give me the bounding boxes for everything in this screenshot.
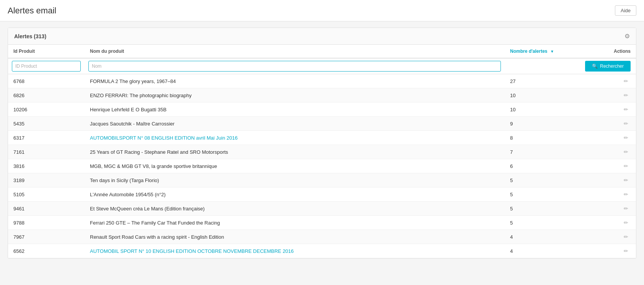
table-row: 5105L'Année Automobile 1954/55 (n°2)5✏: [8, 187, 636, 202]
cell-actions: ✏: [581, 173, 636, 187]
edit-icon[interactable]: ✏: [624, 121, 628, 127]
cell-alerts: 4: [505, 244, 581, 258]
cell-actions: ✏: [581, 88, 636, 103]
cell-name: FORMULA 2 The glory years, 1967–84: [85, 74, 505, 88]
cell-actions: ✏: [581, 244, 636, 258]
edit-icon[interactable]: ✏: [624, 248, 628, 254]
cell-id: 6768: [8, 74, 85, 88]
edit-icon[interactable]: ✏: [624, 205, 628, 212]
search-icon: 🔍: [592, 64, 598, 69]
name-filter-input[interactable]: [88, 61, 501, 72]
edit-icon[interactable]: ✏: [624, 78, 628, 84]
edit-icon[interactable]: ✏: [624, 220, 628, 226]
cell-id: 3816: [8, 159, 85, 173]
cell-id: 7161: [8, 145, 85, 159]
aide-button[interactable]: Aide: [615, 5, 636, 16]
cell-name: Et Steve McQueen créa Le Mans (Edition f…: [85, 202, 505, 216]
filter-actions-cell: 🔍 Rechercher: [581, 58, 636, 74]
col-header-name: Nom du produit: [85, 45, 505, 58]
cell-actions: ✏: [581, 145, 636, 159]
col-header-alerts[interactable]: Nombre d'alertes ▼: [505, 45, 581, 58]
table-row: 3189Ten days in Sicily (Targa Florio)5✏: [8, 173, 636, 187]
search-button[interactable]: 🔍 Rechercher: [585, 61, 631, 72]
cell-name: Ten days in Sicily (Targa Florio): [85, 173, 505, 187]
cell-alerts: 5: [505, 202, 581, 216]
cell-name[interactable]: AUTOMOBIL SPORT N° 10 ENGLISH EDITION OC…: [85, 244, 505, 258]
table-row: 6826ENZO FERRARI: The photographic biogr…: [8, 88, 636, 103]
table-row: 6768FORMULA 2 The glory years, 1967–8427…: [8, 74, 636, 88]
edit-icon[interactable]: ✏: [624, 149, 628, 155]
col-header-actions: Actions: [581, 45, 636, 58]
cell-actions: ✏: [581, 216, 636, 230]
cell-actions: ✏: [581, 74, 636, 88]
cell-alerts: 6: [505, 159, 581, 173]
panel-title: Alertes (313): [14, 33, 46, 39]
table-header-row: Id Produit Nom du produit Nombre d'alert…: [8, 45, 636, 58]
table-row: 9461Et Steve McQueen créa Le Mans (Editi…: [8, 202, 636, 216]
filter-alerts-cell: [505, 58, 581, 74]
cell-id: 6562: [8, 244, 85, 258]
edit-icon[interactable]: ✏: [624, 177, 628, 183]
alerts-table: Id Produit Nom du produit Nombre d'alert…: [8, 45, 636, 258]
cell-id: 3189: [8, 173, 85, 187]
cell-actions: ✏: [581, 117, 636, 131]
cell-id: 10206: [8, 103, 85, 117]
cell-alerts: 5: [505, 187, 581, 202]
edit-icon[interactable]: ✏: [624, 92, 628, 98]
table-row: 716125 Years of GT Racing - Stephane Rat…: [8, 145, 636, 159]
sort-arrow-icon: ▼: [550, 49, 554, 54]
cell-name: ENZO FERRARI: The photographic biography: [85, 88, 505, 103]
cell-name: Renault Sport Road Cars with a racing sp…: [85, 230, 505, 244]
cell-id: 9788: [8, 216, 85, 230]
cell-alerts: 10: [505, 103, 581, 117]
filter-name-cell: [85, 58, 505, 74]
cell-id: 6826: [8, 88, 85, 103]
table-row: 3816MGB, MGC & MGB GT V8, la grande spor…: [8, 159, 636, 173]
cell-alerts: 7: [505, 145, 581, 159]
cell-id: 9461: [8, 202, 85, 216]
col-header-id: Id Produit: [8, 45, 85, 58]
cell-name: MGB, MGC & MGB GT V8, la grande sportive…: [85, 159, 505, 173]
table-row: 9788Ferrari 250 GTE – The Family Car Tha…: [8, 216, 636, 230]
id-filter-input[interactable]: [12, 61, 81, 72]
cell-alerts: 8: [505, 131, 581, 145]
edit-icon[interactable]: ✏: [624, 106, 628, 112]
cell-id: 5105: [8, 187, 85, 202]
cell-alerts: 10: [505, 88, 581, 103]
table-row: 6317AUTOMOBILSPORT N° 08 ENGLISH EDITION…: [8, 131, 636, 145]
edit-icon[interactable]: ✏: [624, 234, 628, 240]
cell-alerts: 27: [505, 74, 581, 88]
cell-name: 25 Years of GT Racing - Stephane Ratel a…: [85, 145, 505, 159]
product-name-link[interactable]: AUTOMOBIL SPORT N° 10 ENGLISH EDITION OC…: [90, 248, 294, 254]
cell-actions: ✏: [581, 131, 636, 145]
table-row: 7967Renault Sport Road Cars with a racin…: [8, 230, 636, 244]
cell-actions: ✏: [581, 187, 636, 202]
cell-alerts: 5: [505, 173, 581, 187]
edit-icon[interactable]: ✏: [624, 163, 628, 169]
cell-id: 5435: [8, 117, 85, 131]
cell-name: Jacques Saoutchik - Maître Carrossier: [85, 117, 505, 131]
panel-header: Alertes (313) ⚙: [8, 28, 636, 45]
content-area: Alertes (313) ⚙ Id Produit Nom du produi…: [0, 21, 644, 265]
table-row: 5435Jacques Saoutchik - Maître Carrossie…: [8, 117, 636, 131]
cell-actions: ✏: [581, 159, 636, 173]
cell-name[interactable]: AUTOMOBILSPORT N° 08 ENGLISH EDITION avr…: [85, 131, 505, 145]
cell-alerts: 4: [505, 230, 581, 244]
edit-icon[interactable]: ✏: [624, 191, 628, 197]
cell-id: 7967: [8, 230, 85, 244]
table-body: 6768FORMULA 2 The glory years, 1967–8427…: [8, 74, 636, 258]
cell-actions: ✏: [581, 103, 636, 117]
product-name-link[interactable]: AUTOMOBILSPORT N° 08 ENGLISH EDITION avr…: [90, 135, 238, 141]
cell-actions: ✏: [581, 230, 636, 244]
search-label: Rechercher: [600, 64, 624, 69]
page-title: Alertes email: [8, 6, 56, 16]
cell-id: 6317: [8, 131, 85, 145]
table-row: 6562AUTOMOBIL SPORT N° 10 ENGLISH EDITIO…: [8, 244, 636, 258]
cell-name: Henrique Lehrfeld E O Bugatti 35B: [85, 103, 505, 117]
page-header: Alertes email Aide: [0, 0, 644, 21]
edit-icon[interactable]: ✏: [624, 135, 628, 141]
gear-icon[interactable]: ⚙: [624, 33, 630, 40]
cell-name: Ferrari 250 GTE – The Family Car That Fu…: [85, 216, 505, 230]
filter-row: 🔍 Rechercher: [8, 58, 636, 74]
cell-alerts: 9: [505, 117, 581, 131]
